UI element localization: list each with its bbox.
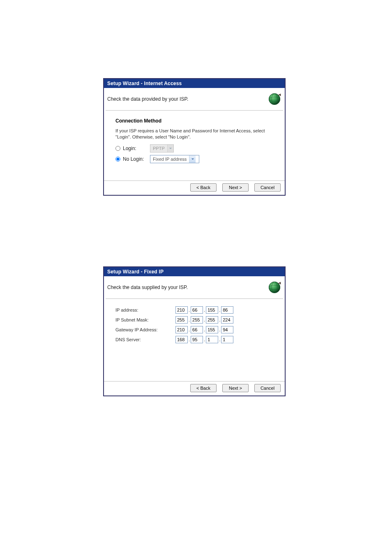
header-row: Check the data provided by your ISP. <box>104 88 285 110</box>
titlebar: Setup Wizard - Fixed IP <box>104 267 285 276</box>
gateway-ip-inputs: . . . <box>175 326 273 333</box>
ip-address-inputs: . . . <box>175 306 273 314</box>
gateway-b[interactable] <box>191 326 203 333</box>
ip-c[interactable] <box>206 306 218 314</box>
dns-b[interactable] <box>191 336 203 343</box>
wizard-panel-fixed-ip: Setup Wizard - Fixed IP Check the data s… <box>103 266 286 396</box>
dns-a[interactable] <box>175 336 188 343</box>
gateway-ip-label: Gateway IP Address: <box>115 327 173 332</box>
nologin-row: No Login: Fixed IP address <box>115 155 273 163</box>
login-select: PPTP <box>150 144 174 153</box>
nologin-select[interactable]: Fixed IP address <box>150 155 199 163</box>
globe-icon <box>267 92 281 106</box>
dns-server-inputs: . . . <box>175 336 273 343</box>
ip-b[interactable] <box>191 306 203 314</box>
subnet-b[interactable] <box>191 316 203 324</box>
subnet-mask-label: IP Subnet Mask: <box>115 317 173 322</box>
next-button[interactable]: Next > <box>222 183 249 192</box>
title-text: Setup Wizard - Internet Access <box>107 81 182 86</box>
nologin-radio[interactable] <box>115 157 120 162</box>
button-bar: < Back Next > Cancel <box>104 180 285 195</box>
globe-icon <box>267 280 281 294</box>
nologin-select-value: Fixed IP address <box>150 157 189 162</box>
content-area: Connection Method If your ISP requires a… <box>104 111 285 180</box>
gateway-c[interactable] <box>206 326 218 333</box>
login-radio[interactable] <box>115 146 120 151</box>
content-area: IP address: . . . IP Subnet Mask: . . . … <box>104 299 285 381</box>
login-row: Login: PPTP <box>115 144 273 153</box>
button-bar: < Back Next > Cancel <box>104 381 285 395</box>
title-text: Setup Wizard - Fixed IP <box>107 269 164 275</box>
wizard-panel-internet-access: Setup Wizard - Internet Access Check the… <box>103 78 286 196</box>
form-grid: IP address: . . . IP Subnet Mask: . . . … <box>115 306 273 343</box>
header-text: Check the data provided by your ISP. <box>107 96 188 102</box>
section-heading: Connection Method <box>115 118 273 124</box>
subnet-c[interactable] <box>206 316 218 324</box>
header-text: Check the data supplied by your ISP. <box>107 284 188 290</box>
dns-c[interactable] <box>206 336 218 343</box>
header-row: Check the data supplied by your ISP. <box>104 276 285 298</box>
cancel-button[interactable]: Cancel <box>254 183 281 192</box>
subnet-mask-inputs: . . . <box>175 316 273 324</box>
gateway-d[interactable] <box>221 326 233 333</box>
login-select-value: PPTP <box>150 146 167 151</box>
ip-d[interactable] <box>221 306 233 314</box>
subnet-a[interactable] <box>175 316 188 324</box>
titlebar: Setup Wizard - Internet Access <box>104 79 285 88</box>
ip-a[interactable] <box>175 306 188 314</box>
gateway-a[interactable] <box>175 326 188 333</box>
back-button[interactable]: < Back <box>190 183 217 192</box>
chevron-down-icon <box>167 145 173 152</box>
next-button[interactable]: Next > <box>222 384 249 392</box>
dns-server-label: DNS Server: <box>115 337 173 342</box>
nologin-label: No Login: <box>123 156 148 162</box>
login-label: Login: <box>123 146 148 151</box>
chevron-down-icon <box>189 155 196 163</box>
back-button[interactable]: < Back <box>190 384 217 392</box>
ip-address-label: IP address: <box>115 308 173 312</box>
cancel-button[interactable]: Cancel <box>254 384 281 392</box>
helper-text: If your ISP requires a User Name and Pas… <box>115 128 273 140</box>
subnet-d[interactable] <box>221 316 233 324</box>
dns-d[interactable] <box>221 336 233 343</box>
